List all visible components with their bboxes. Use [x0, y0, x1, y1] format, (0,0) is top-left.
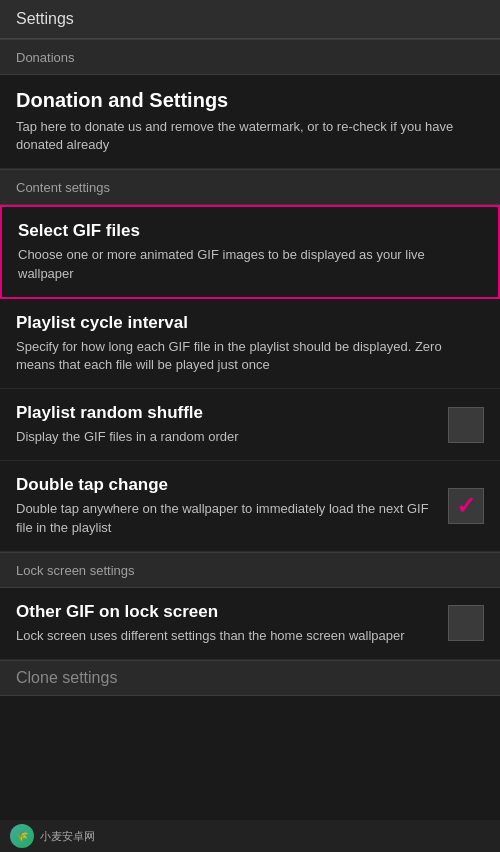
playlist-cycle-summary: Specify for how long each GIF file in th… — [16, 338, 474, 374]
playlist-shuffle-title: Playlist random shuffle — [16, 403, 438, 423]
donation-settings-item[interactable]: Donation and Settings Tap here to donate… — [0, 75, 500, 169]
clone-section-header: Clone settings — [0, 660, 500, 696]
playlist-cycle-text: Playlist cycle interval Specify for how … — [16, 313, 484, 374]
bottom-logo-bar: 🌾 小麦安卓网 — [0, 820, 500, 852]
donations-header-label: Donations — [16, 50, 75, 65]
playlist-cycle-title: Playlist cycle interval — [16, 313, 474, 333]
donations-section-header: Donations — [0, 39, 500, 75]
playlist-shuffle-checkbox[interactable] — [448, 407, 484, 443]
donation-settings-summary: Tap here to donate us and remove the wat… — [16, 118, 484, 154]
donation-settings-title: Donation and Settings — [16, 89, 484, 112]
title-bar: Settings — [0, 0, 500, 39]
playlist-shuffle-text: Playlist random shuffle Display the GIF … — [16, 403, 448, 446]
other-gif-lock-summary: Lock screen uses different settings than… — [16, 627, 438, 645]
select-gif-title: Select GIF files — [18, 221, 472, 241]
double-tap-title: Double tap change — [16, 475, 438, 495]
double-tap-summary: Double tap anywhere on the wallpaper to … — [16, 500, 438, 536]
select-gif-summary: Choose one or more animated GIF images t… — [18, 246, 472, 282]
page-title: Settings — [16, 10, 74, 27]
content-header-label: Content settings — [16, 180, 110, 195]
checkmark-icon: ✓ — [456, 492, 476, 520]
content-section-header: Content settings — [0, 169, 500, 205]
double-tap-item[interactable]: Double tap change Double tap anywhere on… — [0, 461, 500, 551]
playlist-cycle-item[interactable]: Playlist cycle interval Specify for how … — [0, 299, 500, 389]
lock-screen-header-label: Lock screen settings — [16, 563, 135, 578]
other-gif-lock-item[interactable]: Other GIF on lock screen Lock screen use… — [0, 588, 500, 660]
select-gif-text: Select GIF files Choose one or more anim… — [18, 221, 482, 282]
double-tap-checkbox[interactable]: ✓ — [448, 488, 484, 524]
playlist-shuffle-summary: Display the GIF files in a random order — [16, 428, 438, 446]
logo-icon: 🌾 — [10, 824, 34, 848]
select-gif-item[interactable]: Select GIF files Choose one or more anim… — [0, 205, 500, 298]
other-gif-lock-text: Other GIF on lock screen Lock screen use… — [16, 602, 448, 645]
playlist-shuffle-item[interactable]: Playlist random shuffle Display the GIF … — [0, 389, 500, 461]
logo-text: 小麦安卓网 — [40, 829, 95, 844]
clone-header-label: Clone settings — [16, 669, 117, 686]
other-gif-lock-title: Other GIF on lock screen — [16, 602, 438, 622]
other-gif-lock-checkbox[interactable] — [448, 605, 484, 641]
double-tap-text: Double tap change Double tap anywhere on… — [16, 475, 448, 536]
lock-screen-section-header: Lock screen settings — [0, 552, 500, 588]
